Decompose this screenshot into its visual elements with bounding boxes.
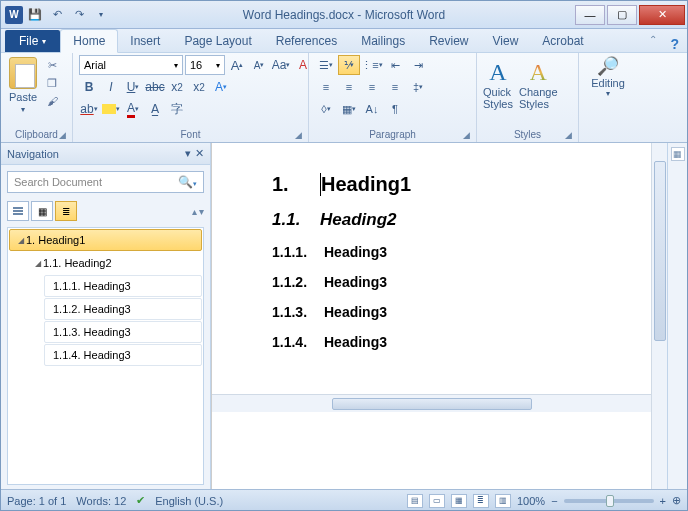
tab-acrobat[interactable]: Acrobat (530, 30, 595, 52)
tab-home[interactable]: Home (60, 29, 118, 53)
qat-customize[interactable]: ▾ (91, 5, 111, 25)
nav-close-icon[interactable]: ✕ (195, 147, 204, 160)
doc-heading[interactable]: 1.1.3.Heading3 (272, 304, 621, 320)
tab-mailings[interactable]: Mailings (349, 30, 417, 52)
tab-insert[interactable]: Insert (118, 30, 172, 52)
undo-button[interactable]: ↶ (47, 5, 67, 25)
nav-menu-icon[interactable]: ▾ (185, 147, 191, 160)
text-effects-button[interactable]: A▾ (211, 77, 231, 97)
doc-heading[interactable]: 1.1.1.Heading3 (272, 244, 621, 260)
justify-button[interactable]: ≡ (384, 77, 406, 97)
tab-references[interactable]: References (264, 30, 349, 52)
strikethrough-button[interactable]: abc (145, 77, 165, 97)
minimize-button[interactable]: — (575, 5, 605, 25)
tab-review[interactable]: Review (417, 30, 480, 52)
tab-page-layout[interactable]: Page Layout (172, 30, 263, 52)
align-right-button[interactable]: ≡ (361, 77, 383, 97)
nav-expand-icon[interactable]: ▾ (199, 206, 204, 217)
nav-item[interactable]: ◢1. Heading1 (9, 229, 202, 251)
numbering-button[interactable]: ⅟▾ (338, 55, 360, 75)
vertical-scrollbar[interactable] (651, 143, 667, 489)
nav-item[interactable]: 1.1.2. Heading3 (44, 298, 202, 320)
doc-heading[interactable]: 1.1.2.Heading3 (272, 274, 621, 290)
expand-icon[interactable]: ◢ (35, 259, 41, 268)
tab-view[interactable]: View (481, 30, 531, 52)
format-painter-button[interactable]: 🖌 (43, 93, 61, 109)
font-dialog-launcher[interactable]: ◢ (295, 130, 302, 140)
superscript-button[interactable]: x2 (189, 77, 209, 97)
zoom-level[interactable]: 100% (517, 495, 545, 507)
document-area[interactable]: 1.Heading11.1.Heading21.1.1.Heading31.1.… (211, 143, 651, 489)
view-outline[interactable]: ≣ (473, 494, 489, 508)
character-shading-button[interactable]: A̲ (145, 99, 165, 119)
bullets-button[interactable]: ☰▾ (315, 55, 337, 75)
grow-font-button[interactable]: A▴ (227, 55, 247, 75)
search-icon[interactable]: 🔍▾ (178, 175, 197, 189)
quick-styles-button[interactable]: AQuick Styles (483, 59, 513, 110)
minimize-ribbon-icon[interactable]: ⌃ (649, 34, 657, 45)
zoom-fit-icon[interactable]: ⊕ (672, 494, 681, 507)
nav-tab-pages[interactable]: ▦ (31, 201, 53, 221)
paste-button[interactable]: Paste ▾ (7, 55, 39, 116)
paragraph-dialog-launcher[interactable]: ◢ (463, 130, 470, 140)
file-tab[interactable]: File▾ (5, 30, 60, 52)
view-full-screen[interactable]: ▭ (429, 494, 445, 508)
increase-indent-button[interactable]: ⇥ (407, 55, 429, 75)
zoom-slider[interactable] (564, 499, 654, 503)
nav-tab-results[interactable]: ≣ (55, 201, 77, 221)
doc-heading[interactable]: 1.1.4.Heading3 (272, 334, 621, 350)
view-print-layout[interactable]: ▤ (407, 494, 423, 508)
change-case-button[interactable]: Aa▾ (271, 55, 291, 75)
proofing-icon[interactable]: ✔ (136, 494, 145, 507)
underline-button[interactable]: U▾ (123, 77, 143, 97)
doc-heading[interactable]: 1.Heading1 (272, 173, 621, 196)
nav-collapse-icon[interactable]: ▴ (192, 206, 197, 217)
cut-button[interactable]: ✂ (43, 57, 61, 73)
decrease-indent-button[interactable]: ⇤ (384, 55, 406, 75)
help-icon[interactable]: ? (670, 36, 679, 52)
search-input[interactable]: Search Document 🔍▾ (7, 171, 204, 193)
bold-button[interactable]: B (79, 77, 99, 97)
view-web-layout[interactable]: ▦ (451, 494, 467, 508)
zoom-out-button[interactable]: − (551, 495, 557, 507)
borders-button[interactable]: ▦▾ (338, 99, 360, 119)
enclose-characters-button[interactable]: 字 (167, 99, 187, 119)
save-button[interactable]: 💾 (25, 5, 45, 25)
document-page[interactable]: 1.Heading11.1.Heading21.1.1.Heading31.1.… (212, 143, 651, 394)
status-page[interactable]: Page: 1 of 1 (7, 495, 66, 507)
expand-icon[interactable]: ◢ (18, 236, 24, 245)
navigation-tree[interactable]: ◢1. Heading1◢1.1. Heading21.1.1. Heading… (7, 227, 204, 485)
nav-item[interactable]: ◢1.1. Heading2 (26, 252, 202, 274)
font-size-select[interactable]: 16▾ (185, 55, 225, 75)
zoom-in-button[interactable]: + (660, 495, 666, 507)
status-words[interactable]: Words: 12 (76, 495, 126, 507)
italic-button[interactable]: I (101, 77, 121, 97)
horizontal-scrollbar[interactable] (212, 394, 651, 412)
status-language[interactable]: English (U.S.) (155, 495, 223, 507)
styles-dialog-launcher[interactable]: ◢ (565, 130, 572, 140)
sort-button[interactable]: A↓ (361, 99, 383, 119)
editing-button[interactable]: 🔎 Editing▾ (591, 55, 625, 98)
doc-heading[interactable]: 1.1.Heading2 (272, 210, 621, 230)
show-marks-button[interactable]: ¶ (384, 99, 406, 119)
change-styles-button[interactable]: AChange Styles (519, 59, 558, 110)
multilevel-list-button[interactable]: ⋮≡▾ (361, 55, 383, 75)
subscript-button[interactable]: x2 (167, 77, 187, 97)
nav-item[interactable]: 1.1.4. Heading3 (44, 344, 202, 366)
align-center-button[interactable]: ≡ (338, 77, 360, 97)
clipboard-dialog-launcher[interactable]: ◢ (59, 130, 66, 140)
font-color-button[interactable]: A▾ (123, 99, 143, 119)
highlight-button[interactable]: ab▾ (79, 99, 99, 119)
maximize-button[interactable]: ▢ (607, 5, 637, 25)
shrink-font-button[interactable]: A▾ (249, 55, 269, 75)
font-name-select[interactable]: Arial▾ (79, 55, 183, 75)
copy-button[interactable]: ❐ (43, 75, 61, 91)
align-left-button[interactable]: ≡ (315, 77, 337, 97)
nav-item[interactable]: 1.1.3. Heading3 (44, 321, 202, 343)
shading-button[interactable]: ◊▾ (315, 99, 337, 119)
nav-tab-headings[interactable] (7, 201, 29, 221)
redo-button[interactable]: ↷ (69, 5, 89, 25)
close-button[interactable]: ✕ (639, 5, 685, 25)
ruler-toggle-icon[interactable]: ▦ (671, 147, 685, 161)
view-draft[interactable]: ▥ (495, 494, 511, 508)
